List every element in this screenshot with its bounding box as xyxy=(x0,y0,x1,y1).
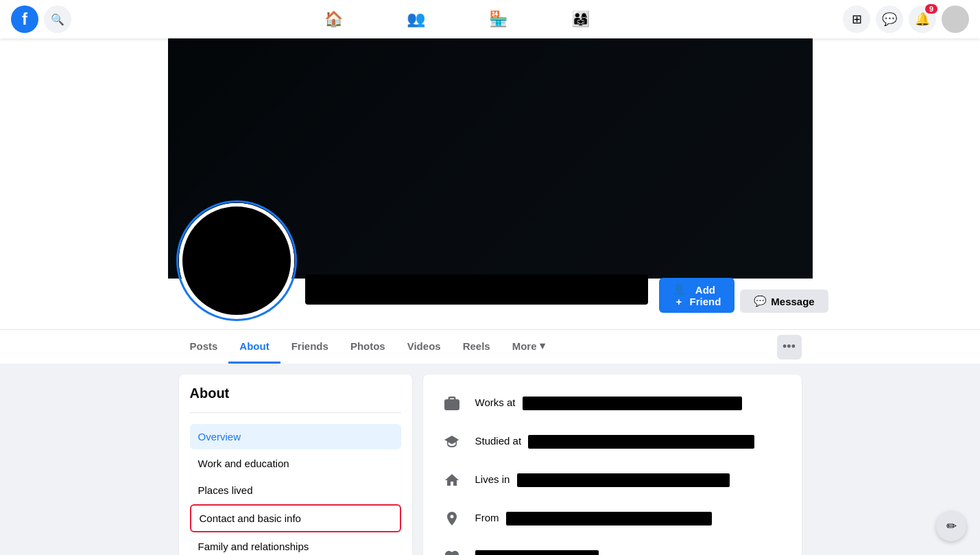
float-edit-button[interactable]: ✏ xyxy=(936,511,966,541)
account-menu-button[interactable] xyxy=(942,5,969,33)
about-title: About xyxy=(190,386,401,401)
grid-menu-button[interactable]: ⊞ xyxy=(843,5,870,33)
tab-about[interactable]: About xyxy=(228,331,280,364)
edit-icon: ✏ xyxy=(946,519,957,534)
nav-marketplace-button[interactable]: 🏪 xyxy=(460,3,537,36)
messenger-icon: 💬 xyxy=(882,12,897,27)
education-icon xyxy=(440,429,464,454)
facebook-logo[interactable]: f xyxy=(11,5,38,33)
location-icon xyxy=(440,506,464,531)
sidebar-item-work-education[interactable]: Work and education xyxy=(190,451,401,476)
ellipsis-icon: ••• xyxy=(782,340,796,354)
tab-posts[interactable]: Posts xyxy=(179,331,229,364)
profile-identity: 👤+ Add Friend 💬 Message xyxy=(179,258,802,329)
home-icon xyxy=(440,468,464,493)
from-text: From xyxy=(475,512,712,526)
topnav: f 🔍 🏠 👥 🏪 👨‍👩‍👧 ⊞ 💬 🔔 9 xyxy=(0,0,980,38)
studied-at-redacted xyxy=(528,435,754,449)
nav-friends-button[interactable]: 👥 xyxy=(378,3,455,36)
grid-icon: ⊞ xyxy=(852,12,862,27)
friends-icon: 👥 xyxy=(407,10,425,28)
work-icon xyxy=(440,391,464,416)
sidebar-item-contact-basic-info[interactable]: Contact and basic info xyxy=(190,504,401,532)
from-row: From xyxy=(440,506,785,531)
profile-tabs-wrap: Posts About Friends Photos Videos Reels … xyxy=(0,329,980,364)
sidebar-item-overview[interactable]: Overview xyxy=(190,424,401,449)
message-button[interactable]: 💬 Message xyxy=(740,290,828,313)
topnav-left: f 🔍 xyxy=(11,5,71,33)
nav-groups-button[interactable]: 👨‍👩‍👧 xyxy=(542,3,619,36)
from-redacted xyxy=(506,512,712,526)
messenger-button[interactable]: 💬 xyxy=(876,5,903,33)
works-at-row: Works at xyxy=(440,391,785,416)
chevron-down-icon: ▾ xyxy=(540,340,545,352)
notification-badge: 9 xyxy=(925,4,937,14)
notifications-button[interactable]: 🔔 9 xyxy=(909,5,936,33)
works-at-redacted xyxy=(523,397,742,410)
tab-friends[interactable]: Friends xyxy=(280,331,339,364)
tab-videos[interactable]: Videos xyxy=(396,331,452,364)
profile-section: 👤+ Add Friend 💬 Message Posts About Frie… xyxy=(0,38,980,364)
topnav-right: ⊞ 💬 🔔 9 xyxy=(843,5,969,33)
studied-at-text: Studied at xyxy=(475,435,755,449)
works-at-text: Works at xyxy=(475,397,742,410)
profile-identity-section: 👤+ Add Friend 💬 Message xyxy=(168,258,813,329)
nav-home-button[interactable]: 🏠 xyxy=(296,3,372,36)
bell-icon: 🔔 xyxy=(915,12,930,27)
profile-name xyxy=(305,274,648,305)
content-area: About Overview Work and education Places… xyxy=(168,375,813,555)
add-friend-button[interactable]: 👤+ Add Friend xyxy=(659,278,735,313)
profile-tabs: Posts About Friends Photos Videos Reels … xyxy=(168,330,813,364)
topnav-center: 🏠 👥 🏪 👨‍👩‍👧 xyxy=(71,3,843,36)
search-icon: 🔍 xyxy=(51,13,64,26)
more-options-button[interactable]: ••• xyxy=(777,335,802,359)
studied-at-row: Studied at xyxy=(440,429,785,454)
profile-avatar xyxy=(179,203,294,318)
marketplace-icon: 🏪 xyxy=(489,10,507,28)
search-button[interactable]: 🔍 xyxy=(44,5,71,33)
profile-actions: 👤+ Add Friend 💬 Message xyxy=(659,278,828,318)
home-icon: 🏠 xyxy=(324,10,343,28)
groups-icon: 👨‍👩‍👧 xyxy=(571,10,590,28)
add-friend-icon: 👤+ xyxy=(673,283,686,307)
relationship-redacted xyxy=(475,550,599,555)
profile-info xyxy=(294,274,659,318)
sidebar-item-places-lived[interactable]: Places lived xyxy=(190,477,401,503)
lives-in-redacted xyxy=(517,473,730,487)
relationship-text xyxy=(475,550,599,555)
about-container: About Overview Work and education Places… xyxy=(179,375,802,555)
messenger-icon: 💬 xyxy=(754,295,767,307)
lives-in-text: Lives in xyxy=(475,473,730,487)
about-content: Works at Studied at xyxy=(423,375,802,555)
lives-in-row: Lives in xyxy=(440,468,785,493)
tab-more[interactable]: More ▾ xyxy=(501,330,556,364)
tab-photos[interactable]: Photos xyxy=(339,331,396,364)
relationship-row xyxy=(440,545,785,555)
tab-reels[interactable]: Reels xyxy=(452,331,501,364)
sidebar-item-family-relationships[interactable]: Family and relationships xyxy=(190,534,401,555)
heart-icon xyxy=(440,545,464,555)
about-sidebar: About Overview Work and education Places… xyxy=(179,375,412,555)
divider xyxy=(190,412,401,413)
